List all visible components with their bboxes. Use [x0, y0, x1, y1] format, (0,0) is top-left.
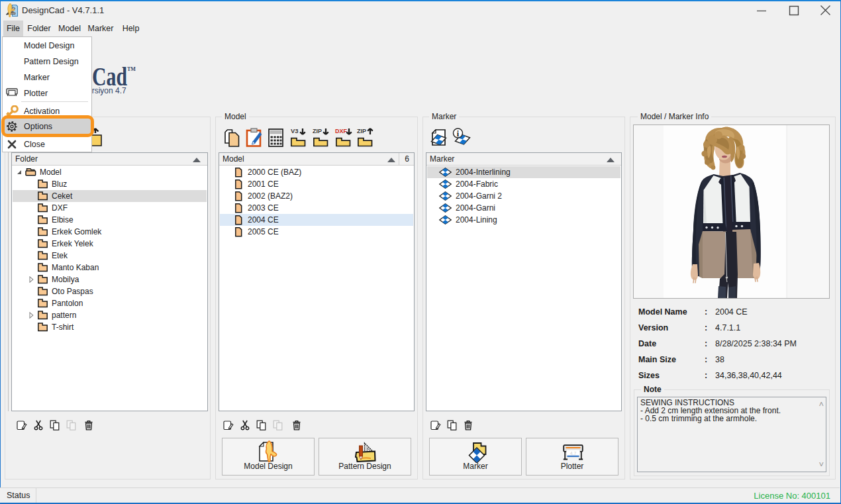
svg-text:ZIP: ZIP [313, 128, 322, 134]
svg-text:V3: V3 [291, 127, 299, 134]
svg-text:ZIP: ZIP [357, 128, 366, 134]
svg-text:4.7: 4.7 [570, 451, 577, 456]
svg-text:DXF: DXF [335, 128, 348, 134]
